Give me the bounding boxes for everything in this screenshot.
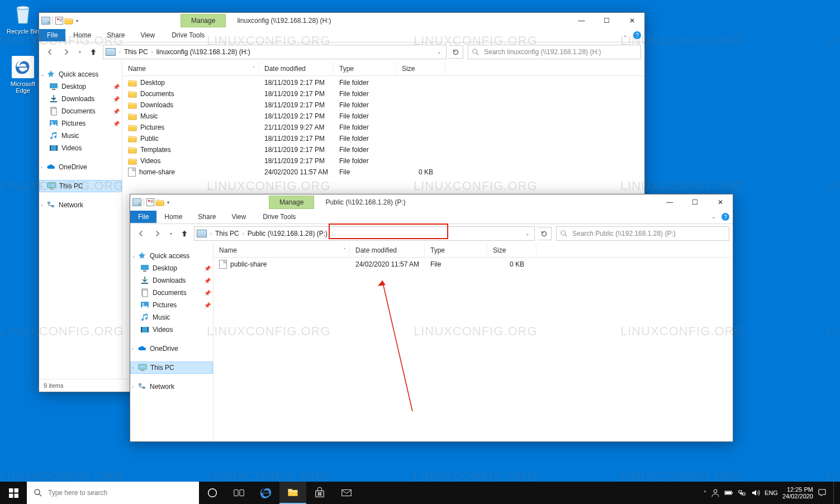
column-header-date[interactable]: Date modified	[259, 61, 334, 75]
nav-item-downloads[interactable]: Downloads📌	[130, 274, 213, 287]
table-row[interactable]: Public18/11/2019 2:17 PMFile folder	[122, 133, 644, 144]
tab-home[interactable]: Home	[65, 29, 99, 41]
refresh-button[interactable]	[449, 45, 463, 59]
properties-icon[interactable]	[146, 198, 154, 206]
search-input[interactable]: Search Public (\\192.168.1.28) (P:)	[556, 226, 729, 241]
titlebar[interactable]: ▾ Manage linuxconfig (\\192.168.1.28) (H…	[39, 13, 644, 28]
column-header-size[interactable]: Size	[487, 243, 537, 257]
nav-item-documents[interactable]: Documents📌	[39, 105, 122, 117]
manage-tab[interactable]: Manage	[181, 14, 226, 27]
search-input[interactable]: Search linuxconfig (\\192.168.1.28) (H:)	[468, 45, 641, 59]
nav-item-pictures[interactable]: Pictures📌	[39, 117, 122, 130]
nav-quick-access[interactable]: ⌄Quick access	[130, 250, 213, 262]
tab-drive-tools[interactable]: Drive Tools	[255, 211, 303, 223]
table-row[interactable]: Templates18/11/2019 2:17 PMFile folder	[122, 144, 644, 155]
tab-file[interactable]: File	[39, 29, 65, 41]
crumb-this-pc[interactable]: This PC	[215, 230, 239, 237]
close-button[interactable]: ✕	[708, 194, 733, 210]
qat-dropdown-icon[interactable]: ▾	[74, 18, 80, 23]
minimize-button[interactable]: —	[657, 194, 682, 210]
column-header-name[interactable]: Name˄	[122, 61, 259, 75]
properties-icon[interactable]	[55, 17, 63, 25]
maximize-button[interactable]: ☐	[594, 13, 619, 28]
ribbon-expand-icon[interactable]: ⌄	[711, 214, 716, 220]
cortana-button[interactable]	[199, 482, 226, 504]
table-row[interactable]: home-share24/02/2020 11:57 AMFile0 KB	[122, 167, 644, 178]
nav-up-button[interactable]	[86, 45, 101, 59]
taskbar-app-edge[interactable]	[253, 482, 279, 504]
table-row[interactable]: public-share24/02/2020 11:57 AMFile0 KB	[213, 259, 733, 270]
nav-forward-button[interactable]	[59, 45, 74, 59]
taskbar-search-input[interactable]: Type here to search	[27, 482, 199, 504]
help-icon[interactable]: ?	[633, 31, 641, 39]
table-row[interactable]: Documents18/11/2019 2:17 PMFile folder	[122, 88, 644, 99]
nav-item-downloads[interactable]: Downloads📌	[39, 93, 122, 105]
table-row[interactable]: Videos18/11/2019 2:17 PMFile folder	[122, 155, 644, 167]
nav-up-button[interactable]	[177, 226, 192, 241]
tab-share[interactable]: Share	[190, 211, 224, 223]
tab-file[interactable]: File	[130, 211, 156, 223]
column-header-type[interactable]: Type	[425, 243, 487, 257]
nav-this-pc[interactable]: ›This PC	[130, 362, 213, 374]
nav-item-music[interactable]: Music	[39, 130, 122, 142]
address-dropdown-icon[interactable]: ⌄	[522, 231, 533, 236]
nav-quick-access[interactable]: ⌄ Quick access	[39, 68, 122, 80]
taskbar-app-store[interactable]	[306, 482, 333, 504]
crumb-location[interactable]: Public (\\192.168.1.28) (P:)	[248, 230, 328, 237]
chevron-right-icon[interactable]: ›	[151, 49, 153, 55]
ribbon-expand-icon[interactable]: ⌄	[623, 32, 628, 38]
help-icon[interactable]: ?	[722, 213, 729, 221]
tray-language[interactable]: ENG	[765, 489, 778, 496]
nav-item-pictures[interactable]: Pictures📌	[130, 299, 213, 311]
tab-home[interactable]: Home	[156, 211, 190, 223]
table-row[interactable]: Desktop18/11/2019 2:17 PMFile folder	[122, 77, 644, 88]
task-view-button[interactable]	[226, 482, 253, 504]
chevron-right-icon[interactable]: ›	[119, 49, 121, 55]
address-dropdown-icon[interactable]: ⌄	[434, 49, 445, 55]
titlebar[interactable]: ▾ Manage Public (\\192.168.1.28) (P:) — …	[130, 194, 733, 210]
chevron-right-icon[interactable]: ›	[243, 231, 244, 236]
nav-back-button[interactable]	[42, 45, 57, 59]
tab-view[interactable]: View	[132, 29, 163, 41]
tab-view[interactable]: View	[224, 211, 254, 223]
nav-item-documents[interactable]: Documents📌	[130, 287, 213, 299]
nav-onedrive[interactable]: ›OneDrive	[130, 343, 213, 355]
table-row[interactable]: Pictures21/11/2019 9:27 AMFile folder	[122, 122, 644, 133]
nav-onedrive[interactable]: ›OneDrive	[39, 161, 122, 173]
nav-item-music[interactable]: Music	[130, 311, 213, 324]
new-folder-icon[interactable]	[64, 17, 73, 25]
table-row[interactable]: Music18/11/2019 2:17 PMFile folder	[122, 111, 644, 122]
crumb-this-pc[interactable]: This PC	[124, 48, 148, 56]
network-icon[interactable]	[738, 488, 747, 497]
address-bar[interactable]: › This PC › Public (\\192.168.1.28) (P:)…	[194, 226, 535, 241]
drive-icon[interactable]	[41, 17, 50, 25]
close-button[interactable]: ✕	[619, 13, 644, 28]
nav-item-desktop[interactable]: Desktop📌	[130, 262, 213, 274]
nav-item-desktop[interactable]: Desktop📌	[39, 80, 122, 93]
column-header-date[interactable]: Date modified	[350, 243, 425, 257]
tray-clock[interactable]: 12:25 PM 24/02/2020	[782, 486, 813, 500]
column-header-type[interactable]: Type	[334, 61, 396, 75]
qat-dropdown-icon[interactable]: ▾	[165, 200, 171, 205]
chevron-right-icon[interactable]: ›	[210, 231, 212, 236]
action-center-icon[interactable]	[818, 488, 827, 497]
desktop-icon-edge[interactable]: Microsoft Edge	[3, 56, 42, 94]
battery-icon[interactable]	[724, 488, 733, 497]
nav-network[interactable]: ›Network	[39, 199, 122, 211]
column-header-size[interactable]: Size	[396, 61, 445, 75]
nav-forward-button[interactable]	[150, 226, 165, 241]
show-desktop-button[interactable]	[833, 482, 837, 504]
nav-this-pc[interactable]: ›This PC	[39, 180, 122, 192]
volume-icon[interactable]	[751, 488, 760, 497]
taskbar-app-mail[interactable]	[333, 482, 360, 504]
taskbar-app-explorer[interactable]	[279, 482, 306, 504]
nav-back-button[interactable]	[134, 226, 148, 241]
crumb-location[interactable]: linuxconfig (\\192.168.1.28) (H:)	[156, 48, 250, 56]
nav-recent-dropdown[interactable]: ▾	[76, 45, 84, 59]
manage-tab[interactable]: Manage	[269, 196, 314, 209]
column-header-name[interactable]: Name˄	[213, 243, 350, 257]
nav-recent-dropdown[interactable]: ▾	[167, 226, 175, 241]
refresh-button[interactable]	[537, 227, 552, 240]
tab-share[interactable]: Share	[99, 29, 132, 41]
minimize-button[interactable]: —	[569, 13, 594, 28]
